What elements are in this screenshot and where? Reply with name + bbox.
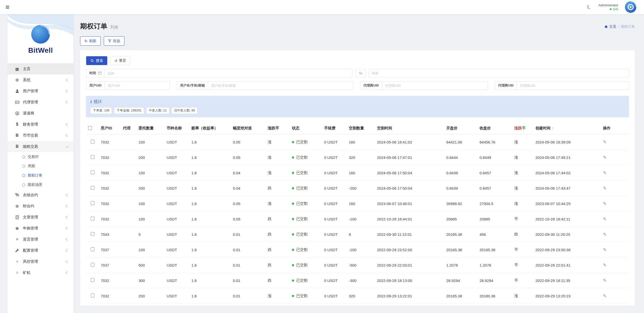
col-user-id: 用户ID [99, 122, 121, 134]
cell-result: 跌 [512, 227, 533, 242]
row-checkbox[interactable] [91, 294, 94, 297]
cell-status: 已交割 [290, 211, 322, 227]
radio-icon [22, 183, 25, 186]
cell-fee: 0 USDT [322, 150, 347, 165]
sidebar-item-system[interactable]: ⚙ 系统 [8, 74, 74, 86]
row-checkbox[interactable] [91, 278, 94, 282]
col-created[interactable]: 创建时间↑ [533, 122, 601, 134]
filter-button[interactable]: 筛选 [104, 36, 124, 46]
breadcrumb-home[interactable]: 主页 [604, 24, 616, 29]
sidebar-item-finance[interactable]: $ 财务管理 [8, 119, 74, 130]
cell-coin: USDT [165, 150, 189, 165]
breadcrumb-current[interactable]: 期权订单 [621, 24, 635, 29]
dark-mode-icon[interactable]: ☾ [586, 3, 593, 11]
sidebar-item-home[interactable]: ▦ 主页 [8, 63, 74, 74]
sidebar-subitem-option-scene[interactable]: 期权场景 [8, 180, 74, 189]
row-checkbox[interactable] [91, 155, 94, 159]
row-checkbox[interactable] [91, 170, 94, 174]
user-info[interactable]: Administrator 在线 [598, 3, 618, 11]
cell-settle-time: 2023-06-07 10:46:01 [375, 196, 444, 211]
sidebar-item-subscription[interactable]: ⊕ 申购管理 [8, 223, 74, 234]
row-checkbox[interactable] [91, 247, 94, 251]
cell-settle-qty: 160 [347, 165, 375, 181]
cell-created: 2023-06-07 10:44:25 [533, 196, 601, 211]
cell-close-price: 0.8457 [478, 181, 512, 196]
row-checkbox[interactable] [91, 201, 94, 205]
cell-status: 已交割 [290, 258, 322, 273]
col-fee: 手续费 [322, 122, 347, 134]
sidebar-item-seconds[interactable]: ⊙ 秒合约 [8, 201, 74, 212]
edit-icon[interactable]: ✎ [603, 140, 606, 145]
search-button[interactable]: 搜索 [86, 56, 107, 65]
cell-range: 0.01 [231, 242, 266, 258]
cell-settle-qty: 8 [347, 227, 375, 242]
cell-result: 涨 [512, 304, 533, 306]
refresh-button[interactable]: ↻ 刷新 [80, 36, 101, 46]
cell-direction: 跌 [266, 258, 290, 273]
filter-label: 用户名/手机/邮箱 [177, 81, 208, 90]
sidebar-subitem-option-orders[interactable]: 期权订单 [8, 171, 74, 180]
row-checkbox[interactable] [91, 186, 94, 190]
sidebar-item-articles[interactable]: 文章管理 [8, 212, 74, 223]
filter-group-2: 代理商UID [360, 81, 488, 90]
sidebar-item-agents[interactable]: 代理管理 [8, 97, 74, 108]
filter-input[interactable] [105, 81, 170, 90]
time-to-input[interactable] [369, 69, 629, 77]
hamburger-icon[interactable]: ≡ [6, 4, 9, 10]
cell-odds: 1.6 [189, 196, 231, 211]
col-coin: 币种名称 [165, 122, 189, 134]
filter-group-1: 用户名/手机/邮箱 [177, 81, 353, 90]
time-from-input[interactable] [105, 69, 353, 77]
cell-user-id: 7032 [99, 181, 121, 196]
filter-input[interactable] [517, 81, 629, 90]
edit-icon[interactable]: ✎ [603, 217, 606, 221]
col-agent: 代理 [121, 122, 137, 134]
edit-icon[interactable]: ✎ [603, 186, 606, 191]
sidebar-item-spot[interactable]: B 币币交易 [8, 130, 74, 141]
cell-direction: 涨 [266, 165, 290, 181]
cell-actions: ✎ [601, 211, 629, 227]
sidebar-item-users[interactable]: 用户管理 [8, 86, 74, 97]
reset-button[interactable]: ↺ 重置 [110, 56, 130, 65]
edit-icon[interactable]: ✎ [603, 278, 606, 283]
edit-icon[interactable]: ✎ [603, 170, 606, 175]
row-checkbox[interactable] [91, 140, 94, 144]
sidebar-item-options[interactable]: B 期权交易 [8, 141, 74, 152]
sidebar: BitWell ▦ 主页 ⚙ 系统 用户管理 代理管理 渠道商 $ 财务管理 B… [8, 14, 74, 313]
cell-open-price: 64421.06 [444, 134, 478, 150]
filter-input[interactable] [208, 81, 353, 90]
sidebar-item-risk[interactable]: ○ 风控管理 [8, 256, 74, 267]
select-all-checkbox[interactable] [88, 126, 92, 130]
row-checkbox[interactable] [91, 232, 94, 236]
chevron-icon [66, 260, 69, 263]
avatar[interactable] [625, 1, 636, 13]
row-checkbox[interactable] [91, 263, 94, 267]
filter-input[interactable] [382, 81, 488, 90]
sidebar-item-perpetual[interactable]: % 永续合约 [8, 189, 74, 201]
cell-user-id: 7032 [99, 288, 121, 304]
edit-icon[interactable]: ✎ [603, 294, 606, 298]
cell-actions: ✎ [601, 150, 629, 165]
cell-settle-qty: 480 [347, 304, 375, 306]
cell-created: 2022-09-29 13:20:23 [533, 288, 601, 304]
cell-order-qty: 300 [137, 304, 165, 306]
menu-label: 文章管理 [23, 215, 38, 220]
edit-icon[interactable]: ✎ [603, 263, 606, 268]
sidebar-item-config[interactable]: 配置管理 [8, 245, 74, 256]
edit-icon[interactable]: ✎ [603, 232, 606, 237]
cell-agent [121, 258, 137, 273]
cell-range: 0.05 [231, 150, 266, 165]
edit-icon[interactable]: ✎ [603, 247, 606, 252]
sidebar-subitem-pairs[interactable]: 交易对 [8, 152, 74, 161]
row-checkbox[interactable] [91, 217, 94, 220]
sidebar-item-miner[interactable]: ○ 矿机 [8, 267, 74, 278]
edit-icon[interactable]: ✎ [603, 201, 606, 206]
sidebar-subitem-period[interactable]: 周期 [8, 161, 74, 171]
sidebar-item-channel[interactable]: 渠道商 [8, 108, 74, 119]
cell-odds: 1.6 [189, 150, 231, 165]
menu-label: 风控管理 [23, 259, 38, 264]
sidebar-item-homepage[interactable]: ≡ 首页管理 [8, 234, 74, 245]
cell-status: 已交割 [290, 304, 322, 306]
cell-settle-time: 2024-05-06 17:50:04 [375, 181, 444, 196]
edit-icon[interactable]: ✎ [603, 155, 606, 160]
